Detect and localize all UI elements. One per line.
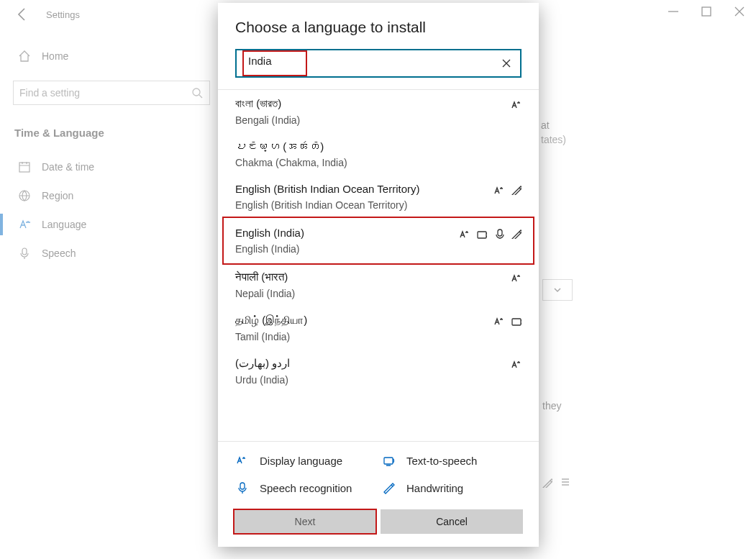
- maximize-button[interactable]: [690, 0, 723, 23]
- feature-icons: [493, 314, 522, 326]
- text-to-speech-icon: [510, 314, 522, 326]
- bg-feature-icons: [541, 476, 571, 488]
- globe-icon: [17, 188, 30, 203]
- sidebar-item-date-time[interactable]: Date & time: [13, 153, 210, 181]
- close-button[interactable]: [723, 0, 756, 23]
- language-english: Urdu (India): [235, 374, 522, 386]
- feature-icons: [510, 98, 522, 109]
- language-item-english-biot[interactable]: English (British Indian Ocean Territory)…: [218, 176, 539, 218]
- handwriting-icon: [382, 481, 396, 495]
- language-item-english-india[interactable]: English (India) English (India): [225, 219, 532, 262]
- language-english: Chakma (Chakma, India): [235, 157, 522, 168]
- language-item-chakma[interactable]: 𑄌𑄋𑄴𑄟𑄳𑄦 (𑄞𑄢𑄧𑄖𑄴) Chakma (Chakma, India): [218, 133, 539, 176]
- feature-icons: [493, 183, 522, 195]
- language-english: English (British Indian Ocean Territory): [235, 199, 522, 211]
- language-english: English (India): [235, 243, 522, 255]
- speech-recognition-icon: [235, 481, 250, 495]
- display-language-icon: [510, 358, 522, 369]
- clear-search-icon[interactable]: [500, 57, 513, 70]
- dialog-title: Choose a language to install: [235, 19, 522, 36]
- sidebar-home[interactable]: Home: [13, 42, 210, 71]
- cancel-button[interactable]: Cancel: [381, 509, 523, 534]
- feature-icons: [458, 227, 522, 239]
- text-to-speech-icon: [475, 227, 487, 239]
- feature-icons: [510, 271, 522, 283]
- language-native: नेपाली (भारत): [235, 271, 510, 283]
- display-language-icon: [510, 271, 522, 283]
- text-to-speech-icon: [382, 453, 396, 468]
- language-search-input[interactable]: [248, 55, 301, 67]
- sidebar-item-label: Region: [42, 190, 73, 201]
- sidebar-item-label: Language: [42, 219, 86, 230]
- bg-text: at: [541, 119, 550, 131]
- legend-label: Handwriting: [406, 482, 463, 494]
- legend-label: Display language: [260, 455, 342, 467]
- language-native: বাংলা (ভারত): [235, 97, 510, 110]
- mic-icon: [17, 246, 30, 260]
- language-item-nepali[interactable]: नेपाली (भारत) Nepali (India): [218, 263, 539, 306]
- language-native: 𑄌𑄋𑄴𑄟𑄳𑄦 (𑄞𑄢𑄧𑄖𑄴): [235, 140, 522, 153]
- display-language-icon: [235, 453, 250, 468]
- next-button[interactable]: Next: [234, 509, 376, 534]
- language-english: Bengali (India): [235, 114, 522, 126]
- sidebar-item-language[interactable]: Language: [13, 210, 210, 239]
- sidebar: Home Time & Language Date & time Region …: [0, 29, 223, 559]
- language-english: Tamil (India): [235, 331, 522, 342]
- language-native: English (British Indian Ocean Territory): [235, 183, 493, 195]
- minimize-button[interactable]: [657, 0, 690, 23]
- dropdown-chevron[interactable]: [542, 279, 573, 301]
- choose-language-dialog: Choose a language to install বাংলা (ভারত…: [218, 3, 539, 547]
- handwriting-icon: [510, 183, 522, 195]
- sidebar-item-label: Home: [42, 50, 68, 62]
- display-language-icon: [458, 227, 470, 239]
- sidebar-item-label: Speech: [42, 247, 76, 259]
- language-icon: [17, 217, 30, 232]
- app-title: Settings: [46, 9, 80, 20]
- language-search[interactable]: [235, 49, 522, 78]
- feature-legend: Display language Text-to-speech Speech r…: [218, 441, 539, 499]
- find-setting-input[interactable]: [19, 87, 191, 99]
- sidebar-item-region[interactable]: Region: [13, 181, 210, 210]
- speech-recognition-icon: [493, 227, 504, 239]
- language-list: বাংলা (ভারত) Bengali (India) 𑄌𑄋𑄴𑄟𑄳𑄦 (𑄞𑄢𑄧…: [218, 89, 539, 441]
- language-item-bengali[interactable]: বাংলা (ভারত) Bengali (India): [218, 90, 539, 133]
- display-language-icon: [510, 98, 522, 109]
- sidebar-item-label: Date & time: [42, 161, 94, 173]
- find-setting-search[interactable]: [13, 81, 210, 105]
- handwriting-icon: [510, 227, 522, 239]
- back-button[interactable]: [7, 0, 36, 29]
- language-english: Nepali (India): [235, 288, 522, 299]
- language-item-tamil[interactable]: தமிழ் (இந்தியா) Tamil (India): [218, 306, 539, 350]
- bg-text: they: [542, 400, 561, 412]
- language-native: اردو (بھارت): [235, 357, 510, 370]
- language-item-urdu[interactable]: اردو (بھارت) Urdu (India): [218, 350, 539, 393]
- calendar-icon: [17, 160, 30, 174]
- legend-label: Speech recognition: [260, 482, 352, 494]
- sidebar-item-speech[interactable]: Speech: [13, 239, 210, 268]
- language-native: English (India): [235, 227, 458, 239]
- search-icon: [191, 86, 204, 99]
- feature-icons: [510, 358, 522, 369]
- display-language-icon: [493, 314, 504, 326]
- legend-label: Text-to-speech: [406, 455, 477, 467]
- language-native: தமிழ் (இந்தியா): [235, 314, 493, 327]
- display-language-icon: [493, 183, 504, 195]
- home-icon: [17, 49, 30, 63]
- bg-text: tates): [541, 134, 566, 145]
- sidebar-group-heading: Time & Language: [13, 118, 210, 147]
